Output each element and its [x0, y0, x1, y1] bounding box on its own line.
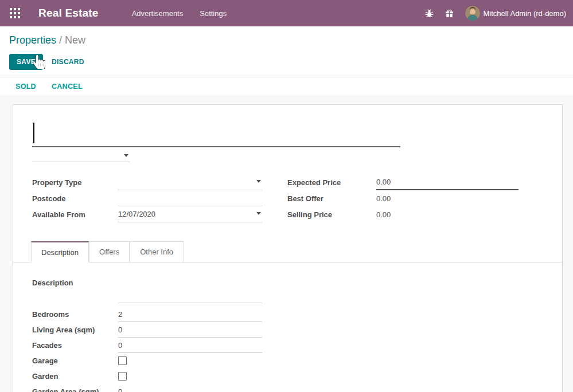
description-tab-content: Description Bedrooms 2 Living Area (sqm)…: [32, 279, 562, 392]
field-row-available-from: Available From 12/07/2020: [32, 206, 287, 222]
living-area-input[interactable]: 0: [118, 322, 262, 338]
field-row-description: Description: [32, 279, 562, 303]
field-row-postcode: Postcode: [32, 190, 287, 206]
chevron-down-icon: [256, 212, 261, 215]
save-button[interactable]: SAVE: [9, 54, 43, 70]
apps-grid-icon: [10, 8, 20, 18]
field-row-facades: Facades 0: [32, 338, 562, 353]
breadcrumb-properties-link[interactable]: Properties: [9, 34, 56, 46]
field-row-garden-area: Garden Area (sqm) 0: [32, 384, 562, 392]
garden-area-value: 0: [118, 387, 122, 392]
field-row-expected-price: Expected Price 0.00: [287, 174, 562, 190]
user-name-label: Mitchell Admin (rd-demo): [484, 9, 567, 18]
garden-label: Garden: [32, 372, 118, 381]
app-brand-title[interactable]: Real Estate: [38, 7, 99, 19]
living-area-value: 0: [118, 326, 122, 334]
facades-input[interactable]: 0: [118, 338, 262, 353]
field-row-garden: Garden: [32, 369, 562, 384]
gift-icon[interactable]: [445, 9, 454, 18]
description-label: Description: [32, 279, 118, 287]
bedrooms-input[interactable]: 2: [118, 307, 262, 322]
notebook-tabs: Description Offers Other Info: [13, 241, 562, 262]
bedrooms-value: 2: [118, 310, 122, 319]
sold-button[interactable]: SOLD: [15, 83, 36, 91]
tab-other-info[interactable]: Other Info: [130, 241, 184, 262]
navbar-right: Mitchell Admin (rd-demo): [425, 6, 567, 21]
text-cursor-caret: [33, 123, 34, 143]
property-name-input[interactable]: [32, 122, 400, 147]
available-from-label: Available From: [32, 210, 118, 219]
field-row-best-offer: Best Offer 0.00: [287, 190, 562, 206]
postcode-label: Postcode: [32, 194, 118, 203]
garden-area-input[interactable]: 0: [118, 384, 262, 392]
garden-area-label: Garden Area (sqm): [32, 387, 118, 392]
breadcrumb-current: New: [65, 34, 85, 46]
garden-checkbox[interactable]: [118, 372, 127, 381]
garage-label: Garage: [32, 356, 118, 365]
best-offer-label: Best Offer: [287, 194, 376, 203]
apps-menu-icon[interactable]: [9, 7, 21, 19]
expected-price-label: Expected Price: [287, 178, 376, 187]
tab-offers[interactable]: Offers: [89, 241, 130, 262]
debug-bug-icon[interactable]: [425, 9, 434, 18]
chevron-down-icon: [256, 180, 261, 183]
bedrooms-label: Bedrooms: [32, 310, 118, 319]
form-left-column: Property Type Postcode Available From: [32, 174, 287, 222]
form-right-column: Expected Price 0.00 Best Offer 0.00 Sell…: [287, 174, 562, 222]
menu-settings[interactable]: Settings: [198, 7, 228, 20]
form-statusbar: SOLD CANCEL: [0, 77, 573, 96]
field-row-selling-price: Selling Price 0.00: [287, 206, 562, 222]
expected-price-input[interactable]: 0.00: [376, 174, 519, 190]
property-form-sheet: Property Type Postcode Available From: [13, 104, 563, 392]
selling-price-value: 0.00: [376, 210, 391, 219]
property-type-label: Property Type: [32, 178, 118, 187]
form-field-grid: Property Type Postcode Available From: [32, 174, 562, 222]
navbar-menus: Advertisements Settings: [131, 7, 228, 20]
facades-label: Facades: [32, 341, 118, 350]
garage-checkbox[interactable]: [118, 356, 127, 365]
user-menu[interactable]: Mitchell Admin (rd-demo): [465, 6, 567, 21]
available-from-value: 12/07/2020: [118, 210, 155, 218]
tab-description[interactable]: Description: [31, 241, 89, 262]
chevron-down-icon: [124, 154, 128, 157]
selling-price-label: Selling Price: [287, 210, 376, 219]
field-row-living-area: Living Area (sqm) 0: [32, 322, 562, 338]
best-offer-value: 0.00: [376, 194, 391, 203]
menu-advertisements[interactable]: Advertisements: [131, 7, 185, 20]
field-row-garage: Garage: [32, 353, 562, 369]
property-tags-input[interactable]: [32, 147, 130, 162]
description-textarea[interactable]: [118, 279, 262, 303]
control-panel: Properties / New SAVE DISCARD: [0, 26, 573, 77]
breadcrumb: Properties / New: [9, 34, 564, 46]
living-area-label: Living Area (sqm): [32, 326, 118, 334]
breadcrumb-separator: /: [59, 34, 65, 46]
field-row-bedrooms: Bedrooms 2: [32, 307, 562, 322]
available-from-input[interactable]: 12/07/2020: [118, 206, 262, 222]
control-panel-buttons: SAVE DISCARD: [9, 54, 564, 77]
facades-value: 0: [118, 341, 122, 350]
expected-price-value: 0.00: [376, 178, 391, 186]
top-navbar: Real Estate Advertisements Settings: [0, 0, 573, 26]
form-background: Property Type Postcode Available From: [0, 96, 573, 392]
cancel-button[interactable]: CANCEL: [52, 83, 83, 91]
user-avatar: [465, 6, 480, 21]
field-row-property-type: Property Type: [32, 174, 287, 190]
postcode-input[interactable]: [118, 190, 262, 206]
property-type-input[interactable]: [118, 174, 262, 190]
discard-button[interactable]: DISCARD: [52, 58, 84, 66]
